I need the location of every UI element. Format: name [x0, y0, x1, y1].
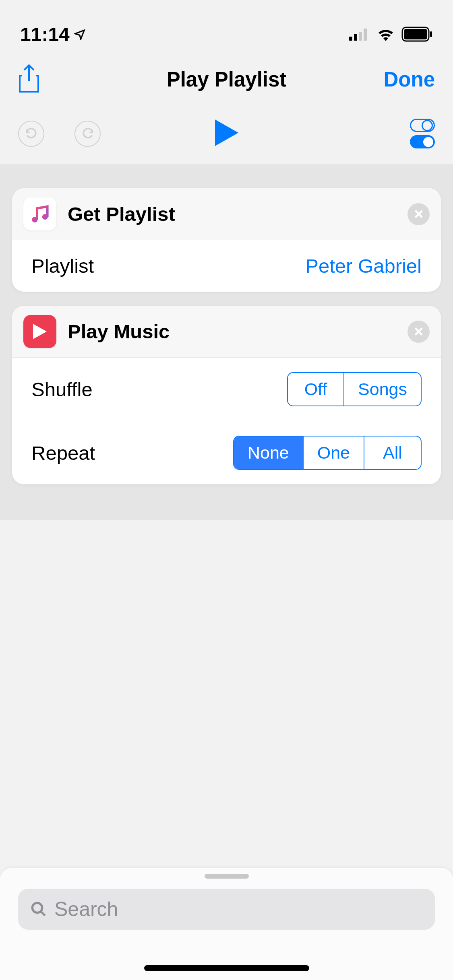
search-icon — [30, 901, 47, 918]
svg-point-9 — [32, 903, 42, 913]
header: Play Playlist Done — [0, 56, 453, 103]
repeat-all[interactable]: All — [364, 436, 421, 469]
row-label: Repeat — [31, 442, 95, 464]
playlist-value[interactable]: Peter Gabriel — [305, 255, 422, 277]
shuffle-row: Shuffle Off Songs — [12, 357, 441, 421]
delete-action-button[interactable] — [407, 321, 430, 343]
svg-point-8 — [42, 214, 48, 220]
svg-point-7 — [32, 217, 37, 222]
status-indicators — [349, 27, 433, 42]
card-header: Get Playlist — [12, 188, 441, 240]
svg-rect-1 — [354, 34, 357, 41]
workflow-canvas[interactable]: Get Playlist Playlist Peter Gabriel Play… — [0, 165, 453, 520]
page-title: Play Playlist — [167, 68, 287, 91]
cellular-icon — [349, 28, 370, 41]
repeat-row: Repeat None One All — [12, 421, 441, 484]
undo-button[interactable] — [18, 121, 44, 147]
shuffle-segmented[interactable]: Off Songs — [287, 372, 422, 406]
shuffle-off[interactable]: Off — [288, 373, 344, 406]
music-note-icon — [23, 198, 56, 231]
card-header: Play Music — [12, 306, 441, 357]
action-card-get-playlist[interactable]: Get Playlist Playlist Peter Gabriel — [12, 188, 441, 292]
status-time: 11:14 — [20, 23, 70, 45]
search-input[interactable] — [54, 898, 423, 921]
row-label: Playlist — [31, 255, 94, 277]
status-bar: 11:14 — [0, 0, 453, 56]
redo-button[interactable] — [74, 121, 101, 147]
share-button[interactable] — [18, 64, 40, 95]
play-icon — [23, 315, 56, 348]
svg-rect-2 — [359, 32, 362, 41]
svg-rect-3 — [364, 29, 367, 41]
repeat-segmented[interactable]: None One All — [233, 436, 422, 470]
toolbar — [0, 103, 453, 165]
battery-icon — [401, 27, 433, 42]
view-toggles[interactable] — [410, 119, 435, 148]
repeat-none[interactable]: None — [234, 436, 304, 469]
row-label: Shuffle — [31, 378, 93, 401]
delete-action-button[interactable] — [407, 203, 430, 225]
action-card-play-music[interactable]: Play Music Shuffle Off Songs Repeat None… — [12, 306, 441, 484]
shuffle-songs[interactable]: Songs — [344, 373, 421, 406]
card-title: Play Music — [68, 320, 170, 343]
toolbar-left — [18, 121, 101, 147]
drag-handle[interactable] — [205, 874, 249, 879]
playlist-row[interactable]: Playlist Peter Gabriel — [12, 240, 441, 292]
wifi-icon — [376, 27, 395, 41]
toggle-2[interactable] — [410, 135, 435, 148]
card-title: Get Playlist — [68, 203, 175, 225]
svg-rect-6 — [430, 31, 432, 37]
location-icon — [74, 28, 86, 40]
bottom-search-sheet[interactable] — [0, 868, 453, 980]
search-box[interactable] — [18, 889, 435, 930]
done-button[interactable]: Done — [384, 68, 435, 91]
svg-rect-0 — [349, 37, 352, 41]
repeat-one[interactable]: One — [304, 436, 364, 469]
toggle-1[interactable] — [410, 119, 435, 132]
status-time-group: 11:14 — [20, 23, 86, 45]
svg-rect-5 — [404, 29, 427, 39]
run-button[interactable] — [215, 119, 238, 148]
home-indicator[interactable] — [144, 965, 309, 971]
